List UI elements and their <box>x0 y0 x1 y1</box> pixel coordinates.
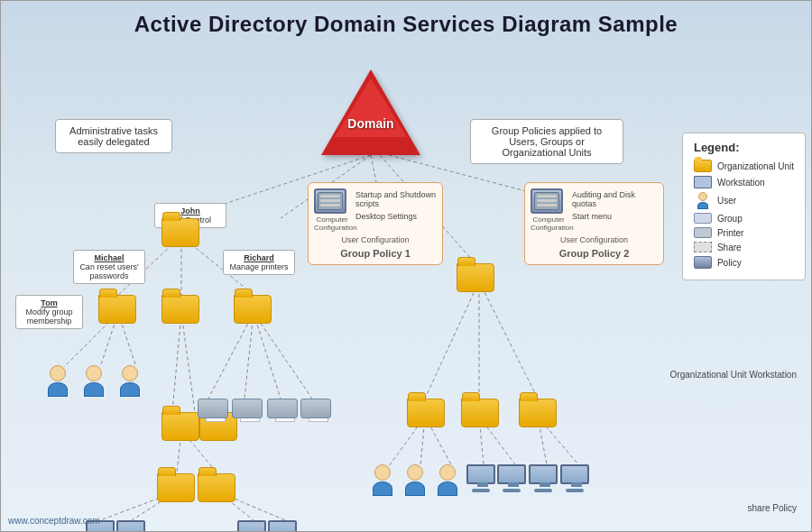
gp1-config1-label: Computer Configuration <box>314 216 350 232</box>
title: Active Directory Domain Services Diagram… <box>1 1 811 42</box>
legend-item-ws: Workstation <box>694 176 794 188</box>
user-center-3 <box>438 464 457 496</box>
legend-title: Legend: <box>694 141 794 154</box>
ws-center-2 <box>497 464 526 492</box>
folder-shape <box>519 399 557 427</box>
printer-3 <box>267 399 298 422</box>
domain-node: Domain <box>321 69 420 155</box>
folder-shape <box>461 399 499 427</box>
legend-item-policy: Policy <box>694 256 794 269</box>
ws-2 <box>116 520 145 532</box>
ws-center-1 <box>466 464 495 492</box>
admin-michael: Michael Can reset users' passwords <box>73 250 145 284</box>
richard-role: Manage printers <box>229 262 289 271</box>
printer-1 <box>198 399 228 422</box>
folder-shape <box>457 263 494 292</box>
michael-name: Michael <box>79 253 139 262</box>
legend-share-icon <box>694 242 712 252</box>
legend-group-label: Group <box>717 214 743 224</box>
folder-shape <box>407 399 445 427</box>
legend-policy-label: Policy <box>717 258 742 268</box>
ou-left-l2-1 <box>98 295 136 324</box>
legend-box: Legend: Organizational Unit Workstation … <box>682 133 806 280</box>
user-1 <box>48 365 68 397</box>
ou-workstation-label: Organizational Unit Workstation <box>670 370 797 380</box>
folder-shape <box>198 473 235 502</box>
folder-shape <box>157 473 195 502</box>
share-policy-label: share Policy <box>748 503 797 513</box>
legend-ou-icon <box>694 160 712 172</box>
svg-line-15 <box>254 313 281 399</box>
admin-tom: Tom Modify group membership <box>15 295 83 329</box>
folder-shape <box>161 295 199 324</box>
printer-2 <box>232 399 263 422</box>
svg-line-23 <box>425 281 479 399</box>
user-center-2 <box>405 464 425 496</box>
legend-printer-icon <box>694 227 712 238</box>
folder-shape <box>161 412 199 441</box>
gp2-config2-label: User Configuration <box>531 235 658 244</box>
ws-center-3 <box>529 464 558 492</box>
watermark: www.conceptdraw.com <box>8 516 100 526</box>
ou-left-l2-2 <box>161 295 199 324</box>
ou-center-l2-2 <box>461 399 499 427</box>
admin-richard: Richard Manage printers <box>223 250 295 275</box>
ou-left-l3-1 <box>161 412 199 441</box>
ou-left-root <box>161 218 199 247</box>
gp1-box: Computer Configuration Startup and Shutd… <box>308 182 443 265</box>
legend-printer-label: Printer <box>717 228 743 238</box>
legend-ws-icon <box>694 176 712 188</box>
legend-group-icon <box>694 213 712 224</box>
svg-line-25 <box>479 281 538 399</box>
legend-user-label: User <box>717 196 736 206</box>
svg-line-13 <box>208 313 254 399</box>
tom-role: Modify group membership <box>22 307 77 326</box>
legend-ws-label: Workstation <box>717 178 765 188</box>
gp1-server <box>314 188 346 214</box>
gp1-note1: Startup and Shutdown scripts <box>355 190 437 208</box>
ou-center-l2-1 <box>407 399 445 427</box>
ou-left-l2-3 <box>234 295 272 324</box>
ou-center <box>457 263 494 292</box>
annotation-left: Administrative tasks easily delegated <box>55 119 172 153</box>
domain-triangle <box>321 69 420 155</box>
michael-role: Can reset users' passwords <box>79 262 139 280</box>
gp2-note1: Auditing and Disk quotas <box>572 190 658 208</box>
gp2-title: Group Policy 2 <box>531 248 658 259</box>
legend-user-icon <box>694 192 712 209</box>
legend-item-ou: Organizational Unit <box>694 160 794 172</box>
legend-policy-icon <box>694 256 712 269</box>
folder-shape <box>234 295 272 324</box>
legend-share-label: Share <box>717 243 742 252</box>
folder-shape <box>98 295 136 324</box>
legend-ou-label: Organizational Unit <box>717 161 794 171</box>
svg-line-14 <box>245 313 254 399</box>
ws-3 <box>237 520 266 532</box>
richard-name: Richard <box>229 253 289 262</box>
svg-line-11 <box>172 313 181 412</box>
legend-item-share: Share <box>694 242 794 252</box>
user-3 <box>120 365 140 397</box>
printer-4 <box>300 399 331 422</box>
ws-4 <box>268 520 297 532</box>
ou-ws-1 <box>157 473 195 502</box>
svg-line-16 <box>254 313 312 399</box>
gp2-config1-label: Computer Configuration <box>531 216 567 232</box>
ou-ws-2 <box>198 473 235 502</box>
gp1-title: Group Policy 1 <box>314 248 437 259</box>
legend-item-printer: Printer <box>694 227 794 238</box>
svg-line-12 <box>181 313 195 412</box>
gp2-box: Computer Configuration Auditing and Disk… <box>524 182 664 265</box>
tom-name: Tom <box>22 298 77 307</box>
gp1-note2: Desktop Settings <box>355 212 437 221</box>
legend-item-group: Group <box>694 213 794 224</box>
gp1-config2-label: User Configuration <box>314 235 437 244</box>
annotation-right: Group Policies applied to Users, Groups … <box>470 119 623 164</box>
gp2-note2: Start menu <box>572 212 658 221</box>
user-center-1 <box>373 464 392 496</box>
ws-center-4 <box>560 464 589 492</box>
folder-shape <box>161 218 199 247</box>
user-2 <box>84 365 104 397</box>
gp2-server <box>531 188 563 214</box>
legend-item-user: User <box>694 192 794 209</box>
